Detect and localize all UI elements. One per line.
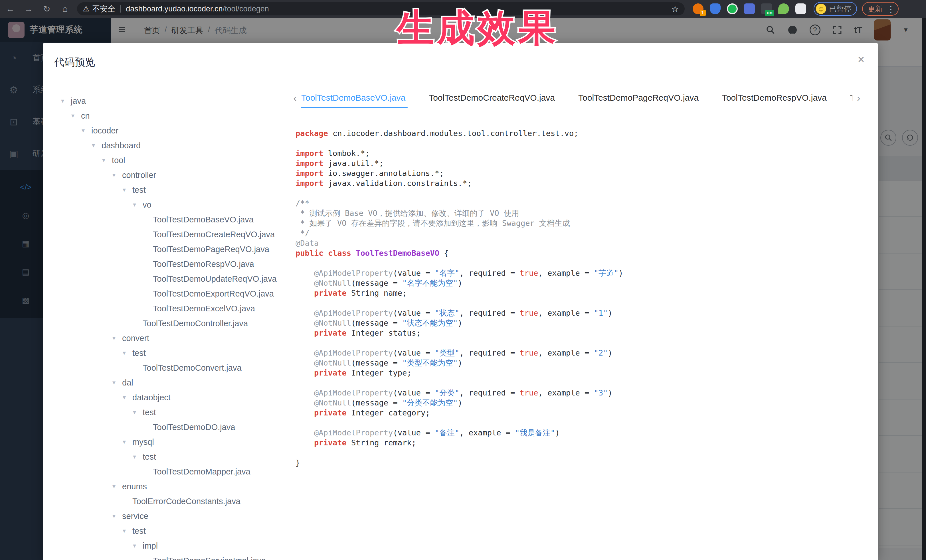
tree-caret-icon[interactable]: ▾ xyxy=(123,394,132,401)
tree-file[interactable]: ▾ToolTestDemoExportReqVO.java xyxy=(43,286,288,301)
security-label[interactable]: 不安全 xyxy=(92,4,115,14)
tree-caret-icon[interactable]: ▾ xyxy=(112,171,122,179)
extension-icon[interactable] xyxy=(710,3,720,14)
code-token xyxy=(295,438,314,447)
tree-folder[interactable]: ▾enums xyxy=(43,479,288,494)
tree-node-label: vo xyxy=(143,200,151,210)
extension-icon[interactable] xyxy=(727,3,738,14)
screen: ← → ↻ ⌂ ⚠ 不安全 dashboard.yudao.iocoder.cn… xyxy=(0,0,926,560)
reload-icon[interactable]: ↻ xyxy=(39,3,55,15)
file-tab[interactable]: ToolTe xyxy=(850,88,852,108)
code-token: "类型不能为空" xyxy=(402,358,458,367)
tree-file[interactable]: ▾ToolTestDemoMapper.java xyxy=(43,464,288,479)
extension-icon[interactable]: 1 xyxy=(693,3,704,14)
browser-menu-icon[interactable]: ⋮ xyxy=(887,4,895,14)
tree-file[interactable]: ▾ToolTestDemoCreateReqVO.java xyxy=(43,227,288,242)
tree-folder[interactable]: ▾tool xyxy=(43,153,288,168)
code-token: import xyxy=(295,169,324,178)
tree-node-label: ToolTestDemoBaseVO.java xyxy=(153,215,254,224)
tree-folder[interactable]: ▾dataobject xyxy=(43,390,288,405)
tree-folder[interactable]: ▾dashboard xyxy=(43,138,288,153)
tree-caret-icon[interactable]: ▾ xyxy=(102,157,112,164)
code-token xyxy=(295,269,314,278)
code-line: @ApiModelProperty(value = "状态", required… xyxy=(295,308,866,318)
tree-folder[interactable]: ▾test xyxy=(43,449,288,464)
tree-caret-icon[interactable]: ▾ xyxy=(133,409,143,416)
tree-caret-icon[interactable]: ▾ xyxy=(112,379,122,386)
tree-caret-icon[interactable]: ▾ xyxy=(92,142,101,149)
tree-file[interactable]: ▾ToolTestDemoExcelVO.java xyxy=(43,301,288,316)
file-tab[interactable]: ToolTestDemoBaseVO.java xyxy=(301,88,406,108)
tree-folder[interactable]: ▾java xyxy=(43,94,288,108)
code-token: @NotNull xyxy=(314,279,351,287)
code-token: ) xyxy=(619,269,623,278)
tree-caret-icon[interactable]: ▾ xyxy=(112,512,122,520)
extension-icon[interactable]: on xyxy=(761,3,772,14)
chrome-update-button[interactable]: 更新 ⋮ xyxy=(862,2,899,16)
close-icon[interactable]: × xyxy=(858,54,864,65)
code-token: @ApiModelProperty xyxy=(314,428,393,437)
tree-folder[interactable]: ▾mysql xyxy=(43,435,288,449)
tabs-scroll-right-icon[interactable]: › xyxy=(852,92,865,104)
code-token: (message = xyxy=(351,398,402,407)
tree-folder[interactable]: ▾dal xyxy=(43,375,288,390)
tree-folder[interactable]: ▾test xyxy=(43,183,288,197)
back-icon[interactable]: ← xyxy=(2,3,18,15)
tree-file[interactable]: ▾ToolTestDemoDO.java xyxy=(43,420,288,435)
tabs-scroll-left-icon[interactable]: ‹ xyxy=(289,92,301,104)
code-token: * 测试示例 Base VO，提供给添加、修改、详细的子 VO 使用 xyxy=(295,209,519,217)
tree-caret-icon[interactable]: ▾ xyxy=(133,542,143,549)
tree-file[interactable]: ▾ToolTestDemoServiceImpl.java xyxy=(43,553,288,560)
tree-file[interactable]: ▾ToolTestDemoController.java xyxy=(43,316,288,331)
tree-folder[interactable]: ▾test xyxy=(43,524,288,538)
tree-folder[interactable]: ▾test xyxy=(43,346,288,361)
bookmark-star-icon[interactable]: ☆ xyxy=(671,4,679,14)
tree-caret-icon[interactable]: ▾ xyxy=(112,335,122,342)
extensions-puzzle-icon[interactable] xyxy=(795,3,806,14)
tree-folder[interactable]: ▾convert xyxy=(43,331,288,346)
code-viewer[interactable]: package cn.iocoder.dashboard.modules.too… xyxy=(295,128,866,559)
tree-caret-icon[interactable]: ▾ xyxy=(123,349,132,357)
tree-folder[interactable]: ▾service xyxy=(43,509,288,524)
code-token: , required = xyxy=(459,269,519,278)
code-line: public class ToolTestDemoBaseVO { xyxy=(295,248,866,258)
tree-folder[interactable]: ▾impl xyxy=(43,538,288,553)
code-token: , required = xyxy=(459,308,519,317)
extension-icon[interactable] xyxy=(744,3,755,14)
tree-folder[interactable]: ▾vo xyxy=(43,197,288,212)
tree-file[interactable]: ▾ToolTestDemoRespVO.java xyxy=(43,257,288,272)
tree-folder[interactable]: ▾iocoder xyxy=(43,123,288,138)
tree-caret-icon[interactable]: ▾ xyxy=(133,201,143,208)
tree-file[interactable]: ▾ToolTestDemoUpdateReqVO.java xyxy=(43,272,288,286)
tree-folder[interactable]: ▾cn xyxy=(43,108,288,123)
tree-file[interactable]: ▾ToolTestDemoConvert.java xyxy=(43,361,288,375)
code-token: "分类不能为空" xyxy=(402,398,458,407)
page-scrollbar[interactable] xyxy=(922,18,926,560)
tree-file[interactable]: ▾ToolTestDemoBaseVO.java xyxy=(43,212,288,227)
tree-caret-icon[interactable]: ▾ xyxy=(71,112,81,119)
tree-caret-icon[interactable]: ▾ xyxy=(123,438,132,446)
tree-caret-icon[interactable]: ▾ xyxy=(82,127,91,134)
code-token: String name; xyxy=(346,288,407,297)
tree-caret-icon[interactable]: ▾ xyxy=(123,186,132,193)
code-token: @ApiModelProperty xyxy=(314,269,393,278)
file-tab[interactable]: ToolTestDemoRespVO.java xyxy=(722,88,827,108)
home-icon[interactable]: ⌂ xyxy=(57,3,73,15)
code-token: , example = xyxy=(538,388,594,397)
tree-caret-icon[interactable]: ▾ xyxy=(61,97,71,105)
code-line xyxy=(295,188,866,198)
file-tab[interactable]: ToolTestDemoPageReqVO.java xyxy=(578,88,699,108)
address-bar[interactable]: ⚠ 不安全 dashboard.yudao.iocoder.cn /tool/c… xyxy=(77,2,685,15)
profile-paused-chip[interactable]: ☺ 已暂停 xyxy=(814,2,857,16)
forward-icon[interactable]: → xyxy=(21,3,36,15)
file-tab[interactable]: ToolTestDemoCreateReqVO.java xyxy=(429,88,555,108)
tree-folder[interactable]: ▾test xyxy=(43,405,288,420)
extension-icon[interactable] xyxy=(778,3,789,14)
tree-caret-icon[interactable]: ▾ xyxy=(123,527,132,534)
tree-folder[interactable]: ▾controller xyxy=(43,168,288,183)
tree-caret-icon[interactable]: ▾ xyxy=(133,453,143,460)
tree-file[interactable]: ▾ToolTestDemoPageReqVO.java xyxy=(43,242,288,257)
tree-caret-icon[interactable]: ▾ xyxy=(112,483,122,490)
tree-file[interactable]: ▾ToolErrorCodeConstants.java xyxy=(43,494,288,509)
tree-node-label: ToolTestDemoPageReqVO.java xyxy=(153,245,269,254)
